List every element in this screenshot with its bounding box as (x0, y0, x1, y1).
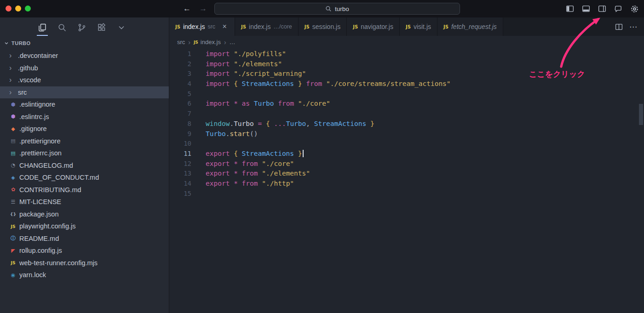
code-text: export { StreamActions } (206, 149, 304, 159)
toggle-primary-sidebar-icon[interactable] (565, 4, 575, 14)
tab-session.js[interactable]: JSsession.js (299, 17, 347, 36)
line-number[interactable]: 11 (169, 149, 191, 159)
tab-navigator.js[interactable]: JSnavigator.js (347, 17, 400, 36)
tree-item-CODE_OF_CONDUCT.md[interactable]: ◈CODE_OF_CONDUCT.md (0, 171, 169, 184)
close-window-button[interactable] (6, 6, 12, 11)
code-line-6[interactable]: 6import * as Turbo from "./core" (169, 99, 644, 109)
line-number[interactable]: 12 (169, 159, 191, 169)
prettier-icon: ▤ (9, 138, 17, 144)
code-text: export * from "./core" (206, 159, 294, 169)
file-label: src (18, 89, 27, 96)
explorer-icon[interactable] (36, 18, 49, 37)
breadcrumb-item-index.js[interactable]: JSindex.js (194, 39, 221, 46)
code-line-1[interactable]: 1import "./polyfills" (169, 49, 644, 59)
tree-item-.eslintrc.js[interactable]: ⬢.eslintrc.js (0, 111, 169, 123)
tree-item-.eslintignore[interactable]: ⬢.eslintignore (0, 98, 169, 111)
line-number[interactable]: 9 (169, 129, 191, 139)
code-text: export * from "./elements" (206, 169, 310, 179)
line-number[interactable]: 7 (169, 109, 191, 119)
minimize-window-button[interactable] (15, 6, 21, 11)
titlebar-actions (565, 0, 639, 17)
tree-item-.vscode[interactable]: ›.vscode (0, 74, 169, 86)
code-text: export * from "./http" (206, 179, 294, 189)
code-line-10[interactable]: 10 (169, 139, 644, 149)
tree-item-.devcontainer[interactable]: ›.devcontainer (0, 50, 169, 62)
more-actions-icon[interactable]: ⋯ (629, 22, 638, 32)
tree-item-.prettierignore[interactable]: ▤.prettierignore (0, 135, 169, 148)
file-label: CHANGELOG.md (19, 162, 73, 169)
scrollbar-thumb[interactable] (639, 104, 643, 125)
line-number[interactable]: 1 (169, 49, 191, 59)
breadcrumb-item-…[interactable]: … (230, 39, 236, 46)
maximize-window-button[interactable] (25, 6, 31, 11)
code-line-5[interactable]: 5 (169, 89, 644, 99)
line-number[interactable]: 6 (169, 99, 191, 109)
line-number[interactable]: 8 (169, 119, 191, 129)
line-number[interactable]: 2 (169, 59, 191, 69)
tab-index.js[interactable]: JSindex.js…/core (235, 17, 299, 36)
tree-item-CHANGELOG.md[interactable]: ◔CHANGELOG.md (0, 159, 169, 172)
line-number[interactable]: 15 (169, 189, 191, 199)
line-number[interactable]: 14 (169, 179, 191, 189)
chat-icon[interactable] (613, 4, 623, 14)
code-line-4[interactable]: 4import { StreamActions } from "./core/s… (169, 79, 644, 89)
tree-item-package.json[interactable]: {}package.json (0, 208, 169, 221)
file-label: .vscode (18, 76, 41, 84)
file-label: .devcontainer (18, 52, 58, 59)
back-button[interactable]: ← (183, 4, 191, 13)
tab-fetch_request.js[interactable]: JSfetch_request.js (437, 17, 503, 36)
code-line-7[interactable]: 7 (169, 109, 644, 119)
search-view-icon[interactable] (56, 18, 69, 37)
line-number[interactable]: 4 (169, 79, 191, 89)
tree-item-web-test-runner.config.mjs[interactable]: JSweb-test-runner.config.mjs (0, 257, 169, 269)
javascript-icon: JS (9, 224, 17, 229)
tab-visit.js[interactable]: JSvisit.js (400, 17, 437, 36)
tree-item-.gitignore[interactable]: ◆.gitignore (0, 123, 169, 135)
code-line-13[interactable]: 13export * from "./elements" (169, 169, 644, 179)
toggle-secondary-sidebar-icon[interactable] (597, 4, 607, 14)
extensions-icon[interactable] (95, 18, 108, 37)
tree-item-src[interactable]: ›src (0, 86, 169, 99)
file-label: package.json (19, 211, 58, 218)
settings-gear-icon[interactable] (629, 4, 639, 14)
annotation-text: ここをクリック (529, 69, 585, 80)
tree-item-.github[interactable]: ›.github (0, 62, 169, 74)
tree-item-rollup.config.js[interactable]: ◤rollup.config.js (0, 245, 169, 257)
tree-item-CONTRIBUTING.md[interactable]: ✿CONTRIBUTING.md (0, 184, 169, 196)
line-number[interactable]: 3 (169, 69, 191, 79)
tree-item-playwright.config.js[interactable]: JSplaywright.config.js (0, 220, 169, 233)
line-number[interactable]: 10 (169, 139, 191, 149)
tree-item-README.md[interactable]: ⓘREADME.md (0, 233, 169, 245)
code-line-11[interactable]: 11export { StreamActions } (169, 149, 644, 159)
code-line-2[interactable]: 2import "./elements" (169, 59, 644, 69)
split-editor-icon[interactable] (615, 23, 623, 31)
command-center-search[interactable]: turbo (214, 3, 460, 15)
tab-index.js[interactable]: JSindex.jssrc× (169, 17, 235, 36)
tree-item-yarn.lock[interactable]: ◉yarn.lock (0, 269, 169, 281)
breadcrumb-item-src[interactable]: src (177, 39, 185, 46)
breadcrumb-separator-icon: › (224, 39, 226, 46)
code-line-12[interactable]: 12export * from "./core" (169, 159, 644, 169)
breadcrumb: src›JSindex.js›… (169, 36, 644, 48)
line-number[interactable]: 13 (169, 169, 191, 179)
explorer-section-header[interactable]: TURBO (0, 38, 169, 49)
source-control-icon[interactable] (75, 18, 88, 37)
views-chevron-icon[interactable] (115, 18, 128, 37)
code-line-8[interactable]: 8window.Turbo = { ...Turbo, StreamAction… (169, 119, 644, 129)
tab-label: index.js (183, 23, 205, 30)
rollup-icon: ◤ (9, 248, 17, 254)
forward-button[interactable]: → (199, 4, 207, 13)
javascript-icon: JS (9, 260, 17, 265)
tab-strip: JSindex.jssrc×JSindex.js…/coreJSsession.… (169, 17, 644, 36)
code-text: import "./script_warning" (206, 69, 306, 79)
code-line-15[interactable]: 15 (169, 189, 644, 199)
close-tab-icon[interactable]: × (220, 23, 229, 31)
code-line-14[interactable]: 14export * from "./http" (169, 179, 644, 189)
tree-item-.prettierrc.json[interactable]: ▤.prettierrc.json (0, 147, 169, 159)
toggle-panel-icon[interactable] (581, 4, 591, 14)
code-line-9[interactable]: 9Turbo.start() (169, 129, 644, 139)
line-number[interactable]: 5 (169, 89, 191, 99)
code-text: import "./polyfills" (206, 49, 286, 59)
tree-item-MIT-LICENSE[interactable]: ☰MIT-LICENSE (0, 196, 169, 208)
folder-chevron-icon: › (9, 76, 17, 84)
